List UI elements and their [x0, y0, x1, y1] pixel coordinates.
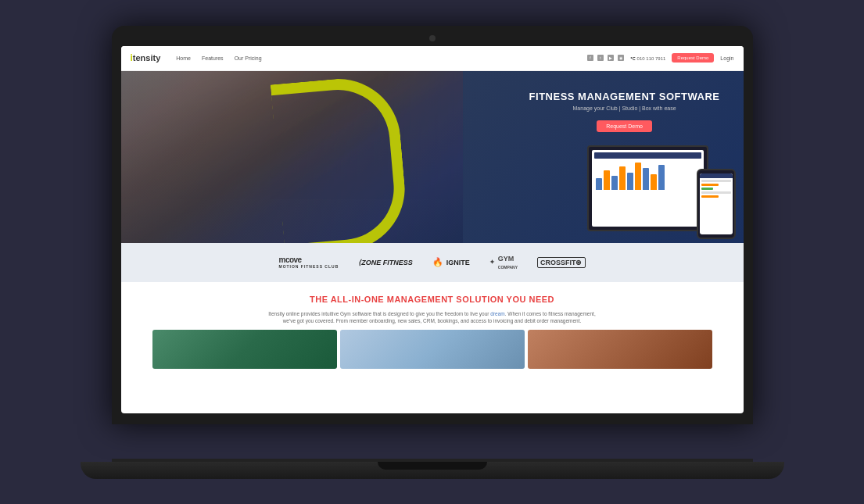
ignite-label: IGNITE	[446, 259, 470, 266]
about-text: Itensity online provides intuitive Gym s…	[268, 310, 597, 326]
youtube-icon[interactable]: ▶	[608, 55, 614, 61]
facebook-icon[interactable]: f	[587, 55, 593, 61]
photo-thumb-1	[152, 330, 337, 369]
brand-mcove: mcove MOTION FITNESS CLUB	[278, 256, 339, 269]
hero-section: FITNESS MANAGEMENT SOFTWARE Manage your …	[121, 71, 744, 243]
bar-2	[604, 170, 610, 190]
laptop-camera	[429, 35, 436, 41]
bar-7	[643, 168, 649, 190]
nav-links: Home Features Our Pricing	[176, 55, 261, 61]
crossfit-label: CROSSFIT⊛	[537, 257, 586, 268]
brand-zone: ⟨ZONE FITNESS	[358, 259, 413, 266]
nav-right: f t ▶ ◉ ℃ 010 110 7911 Request Demo Logi…	[587, 53, 734, 63]
dash-phone-screen	[700, 173, 733, 234]
nav-home[interactable]: Home	[176, 55, 191, 61]
brand-crossfit: CROSSFIT⊛	[537, 257, 586, 268]
bar-8	[651, 174, 657, 190]
nav-pricing[interactable]: Our Pricing	[235, 55, 262, 61]
scene: i tensity Home Features Our Pricing f t	[0, 0, 864, 504]
gym-label: GYMCOMPANY	[498, 255, 518, 270]
bar-9	[658, 165, 665, 190]
nav-phone: ℃ 010 110 7911	[630, 55, 665, 61]
hero-demo-button[interactable]: Request Demo	[597, 120, 652, 132]
about-section: THE ALL-IN-ONE MANAGEMENT SOLUTION YOU N…	[121, 282, 744, 382]
hero-subtitle: Manage your Club | Studio | Box with eas…	[529, 105, 720, 111]
brand-gym: ✦ GYMCOMPANY	[489, 255, 518, 270]
phone-bar-2	[701, 184, 719, 186]
ignite-flame: 🔥	[432, 257, 443, 267]
dash-phone	[697, 169, 736, 239]
zone-label: ⟨ZONE FITNESS	[358, 259, 413, 266]
about-link[interactable]: dream	[490, 311, 504, 316]
laptop-screen: i tensity Home Features Our Pricing f t	[121, 46, 744, 413]
hero-content: FITNESS MANAGEMENT SOFTWARE Manage your …	[529, 91, 720, 132]
instagram-icon[interactable]: ◉	[618, 55, 624, 61]
bar-6	[635, 163, 641, 190]
logo-text: tensity	[133, 53, 160, 63]
nav-features[interactable]: Features	[202, 55, 224, 61]
brands-bar: mcove MOTION FITNESS CLUB ⟨ZONE FITNESS …	[121, 243, 744, 282]
bar-5	[627, 173, 633, 190]
mcove-name: mcove	[278, 256, 339, 264]
dashboard-mockup	[587, 138, 736, 239]
navbar: i tensity Home Features Our Pricing f t	[121, 46, 744, 71]
bar-3	[611, 176, 618, 190]
mcove-sub: MOTION FITNESS CLUB	[278, 264, 339, 269]
nav-login[interactable]: Login	[720, 55, 733, 61]
photo-thumb-2	[340, 330, 525, 369]
dash-bars	[594, 160, 701, 191]
laptop: i tensity Home Features Our Pricing f t	[81, 26, 784, 479]
dash-header	[594, 152, 701, 159]
photo-thumb-3	[528, 330, 712, 369]
nav-logo: i tensity	[131, 52, 161, 63]
laptop-bezel: i tensity Home Features Our Pricing f t	[112, 26, 753, 424]
dash-monitor	[587, 145, 708, 231]
phone-bar-4	[701, 191, 731, 194]
phone-bar-1	[701, 180, 731, 182]
gym-icon: ✦	[489, 259, 495, 266]
website: i tensity Home Features Our Pricing f t	[121, 46, 744, 413]
laptop-base	[81, 462, 784, 479]
dash-screen	[592, 150, 704, 227]
photo-strip	[137, 330, 728, 369]
phone-bar-3	[701, 188, 713, 190]
bar-4	[619, 166, 626, 190]
phone-bar-5	[701, 195, 719, 198]
nav-social: f t ▶ ◉	[587, 55, 624, 61]
bar-1	[596, 178, 602, 190]
brand-ignite: 🔥 IGNITE	[432, 257, 470, 267]
about-title: THE ALL-IN-ONE MANAGEMENT SOLUTION YOU N…	[137, 295, 728, 304]
dash-phone-content	[700, 178, 733, 201]
hero-title: FITNESS MANAGEMENT SOFTWARE	[529, 91, 720, 102]
nav-demo-button[interactable]: Request Demo	[672, 53, 714, 63]
twitter-icon[interactable]: t	[597, 55, 604, 61]
